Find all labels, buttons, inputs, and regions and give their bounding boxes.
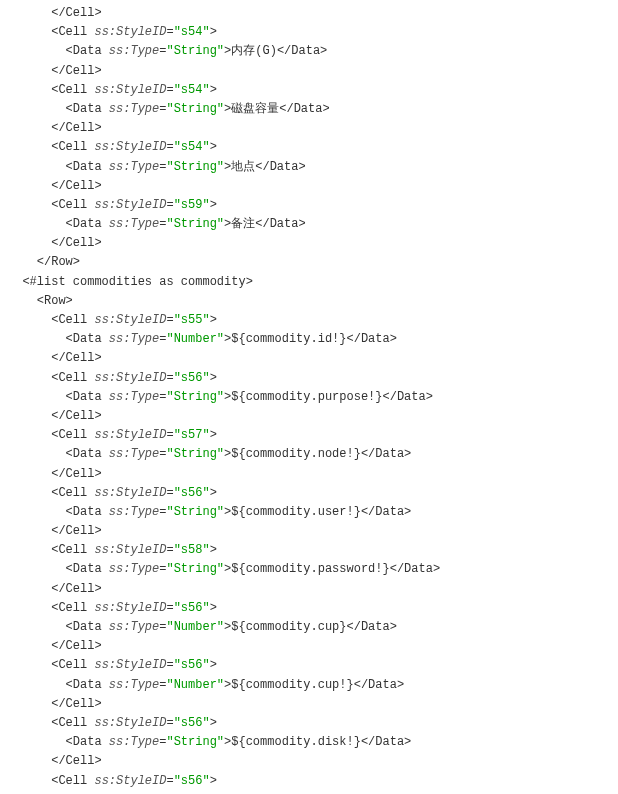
code-token-tag: </Data>	[361, 735, 411, 749]
code-token-tag: </Data>	[255, 217, 305, 231]
code-token-tag: =	[166, 486, 173, 500]
code-line: </Cell>	[8, 407, 610, 426]
code-token-tag: >	[210, 716, 217, 730]
code-token-tag: <Data	[66, 390, 109, 404]
code-token-tag: <Data	[66, 678, 109, 692]
code-token-template-expr: ${commodity.user!}	[231, 505, 361, 519]
code-token-tag: >	[210, 313, 217, 327]
code-token-attr-name: ss:StyleID	[94, 716, 166, 730]
code-line: <Cell ss:StyleID="s57">	[8, 426, 610, 445]
code-token-text-content: 备注	[231, 217, 255, 231]
code-token-attr-name: ss:Type	[109, 390, 159, 404]
code-token-tag: =	[166, 83, 173, 97]
code-line: <Cell ss:StyleID="s54">	[8, 23, 610, 42]
code-line: </Cell>	[8, 465, 610, 484]
code-token-tag: =	[166, 25, 173, 39]
code-token-tag: </Data>	[354, 678, 404, 692]
code-token-tag: <Cell	[51, 601, 94, 615]
code-token-tag: <Data	[66, 102, 109, 116]
code-token-attr-value: "s56"	[174, 774, 210, 788]
code-token-tag: <Cell	[51, 83, 94, 97]
code-token-attr-name: ss:StyleID	[94, 601, 166, 615]
code-line: <Data ss:Type="String">${commodity.user!…	[8, 503, 610, 522]
code-token-template-expr: ${commodity.cup}	[231, 620, 346, 634]
code-token-attr-value: "s54"	[174, 140, 210, 154]
code-token-attr-name: ss:StyleID	[94, 198, 166, 212]
code-token-tag: <Data	[66, 562, 109, 576]
code-line: <Cell ss:StyleID="s55">	[8, 311, 610, 330]
code-token-tag: </Cell>	[51, 121, 101, 135]
code-token-tag: </Cell>	[51, 754, 101, 768]
code-token-tag: </Data>	[361, 505, 411, 519]
code-token-tag: <Data	[66, 620, 109, 634]
code-token-template-expr: ${commodity.purpose!}	[231, 390, 382, 404]
code-token-tag: <Data	[66, 447, 109, 461]
code-token-attr-name: ss:Type	[109, 505, 159, 519]
code-token-text-content: 磁盘容量	[231, 102, 279, 116]
code-token-attr-name: ss:StyleID	[94, 371, 166, 385]
code-token-attr-name: ss:Type	[109, 102, 159, 116]
code-token-tag: <#list commodities as commodity>	[22, 275, 252, 289]
code-token-tag: </Cell>	[51, 6, 101, 20]
code-line: </Cell>	[8, 695, 610, 714]
code-token-tag: <Cell	[51, 198, 94, 212]
code-token-tag: <Cell	[51, 774, 94, 788]
code-token-tag: =	[166, 716, 173, 730]
code-token-tag: </Cell>	[51, 409, 101, 423]
code-token-tag: >	[210, 658, 217, 672]
code-token-attr-value: "s58"	[174, 543, 210, 557]
code-token-attr-name: ss:StyleID	[94, 658, 166, 672]
code-token-attr-name: ss:Type	[109, 620, 159, 634]
code-token-tag: </Data>	[277, 44, 327, 58]
code-token-attr-name: ss:Type	[109, 44, 159, 58]
code-token-attr-value: "String"	[166, 447, 224, 461]
code-token-attr-value: "s59"	[174, 198, 210, 212]
code-token-tag: <Cell	[51, 313, 94, 327]
code-token-tag: >	[210, 140, 217, 154]
code-token-attr-value: "s56"	[174, 371, 210, 385]
code-token-attr-value: "Number"	[166, 332, 224, 346]
code-token-tag: =	[166, 371, 173, 385]
code-line: <Data ss:Type="String">备注</Data>	[8, 215, 610, 234]
code-token-attr-value: "s56"	[174, 486, 210, 500]
code-token-tag: <Cell	[51, 658, 94, 672]
code-token-attr-name: ss:Type	[109, 217, 159, 231]
code-line: <Cell ss:StyleID="s58">	[8, 541, 610, 560]
code-line: </Cell>	[8, 62, 610, 81]
code-line: <Data ss:Type="Number">${commodity.cup!}…	[8, 676, 610, 695]
code-token-tag: </Cell>	[51, 467, 101, 481]
code-token-tag: </Data>	[279, 102, 329, 116]
code-token-tag: <Data	[66, 505, 109, 519]
code-line: <Cell ss:StyleID="s56">	[8, 714, 610, 733]
code-token-tag: >	[210, 25, 217, 39]
code-line: <Data ss:Type="Number">${commodity.cup}<…	[8, 618, 610, 637]
code-token-tag: =	[166, 658, 173, 672]
code-token-tag: </Cell>	[51, 64, 101, 78]
code-line: </Cell>	[8, 522, 610, 541]
code-token-text-content: 地点	[231, 160, 255, 174]
code-token-attr-value: "Number"	[166, 678, 224, 692]
code-token-template-expr: ${commodity.password!}	[231, 562, 389, 576]
code-token-tag: >	[210, 543, 217, 557]
code-token-text-content: 内存(G)	[231, 44, 277, 58]
code-token-attr-value: "Number"	[166, 620, 224, 634]
code-token-tag: <Data	[66, 160, 109, 174]
code-line: <Cell ss:StyleID="s56">	[8, 772, 610, 791]
code-token-tag: </Cell>	[51, 697, 101, 711]
code-token-tag: <Cell	[51, 25, 94, 39]
code-line: </Cell>	[8, 177, 610, 196]
code-token-attr-value: "String"	[166, 505, 224, 519]
code-line: </Cell>	[8, 637, 610, 656]
code-token-attr-name: ss:Type	[109, 678, 159, 692]
code-token-tag: <Cell	[51, 486, 94, 500]
code-token-attr-name: ss:StyleID	[94, 83, 166, 97]
code-line: </Cell>	[8, 4, 610, 23]
code-token-tag: <Data	[66, 217, 109, 231]
code-token-tag: <Data	[66, 735, 109, 749]
code-token-attr-value: "s56"	[174, 716, 210, 730]
code-token-attr-name: ss:StyleID	[94, 313, 166, 327]
code-token-attr-value: "s57"	[174, 428, 210, 442]
code-token-attr-value: "String"	[166, 735, 224, 749]
code-line: <Cell ss:StyleID="s56">	[8, 599, 610, 618]
code-line: <Data ss:Type="String">${commodity.node!…	[8, 445, 610, 464]
